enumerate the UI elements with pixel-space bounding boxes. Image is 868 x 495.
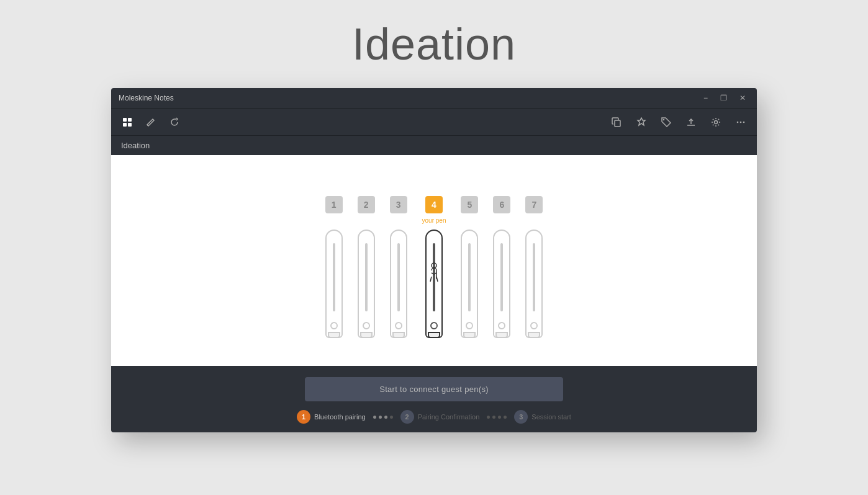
pen-cap-4: [428, 332, 440, 338]
pen-slot-5[interactable]: 5: [461, 196, 478, 338]
pens-container: 1 2: [325, 184, 543, 338]
pen-detail-4: [430, 322, 438, 329]
pen-clip-1: [333, 243, 335, 311]
toolbar-right: [605, 111, 752, 133]
app-window: Moleskine Notes − ❐ ✕: [111, 88, 757, 432]
pen-clip-5: [468, 243, 471, 311]
step-dots-1: [373, 416, 393, 419]
grid-view-button[interactable]: [116, 111, 138, 133]
dot: [498, 416, 501, 419]
toolbar-left: [116, 111, 186, 133]
pen-person-icon: [429, 262, 439, 287]
pen-badge-5: 5: [461, 196, 478, 213]
pen-slot-2[interactable]: 2: [358, 196, 375, 338]
bottom-area: Start to connect guest pen(s) 1 Bluetoot…: [111, 366, 757, 432]
toolbar: [111, 108, 757, 135]
step-dots-2: [487, 416, 507, 419]
step-label-2: Pairing Confirmation: [418, 413, 480, 421]
minimize-button[interactable]: −: [700, 92, 712, 104]
pen-cap-7: [528, 332, 540, 338]
step-3: 3 Session start: [514, 410, 571, 424]
pen-cap-3: [392, 332, 405, 338]
pen-cap-5: [463, 332, 476, 338]
canvas-area: 1 2: [111, 155, 757, 366]
svg-rect-2: [123, 123, 127, 127]
svg-point-6: [715, 120, 718, 123]
pen-badge-2: 2: [358, 196, 375, 213]
close-button[interactable]: ✕: [736, 92, 749, 104]
pen-detail-3: [395, 322, 402, 329]
pen-badge-7: 7: [525, 196, 543, 213]
pen-cap-2: [360, 332, 373, 338]
svg-rect-4: [615, 120, 620, 127]
note-title: Ideation: [121, 141, 150, 150]
pen-body-6: [493, 230, 510, 338]
connect-button[interactable]: Start to connect guest pen(s): [305, 377, 563, 401]
app-name: Moleskine Notes: [119, 94, 700, 102]
svg-rect-3: [128, 123, 132, 127]
pen-slot-3[interactable]: 3: [390, 196, 407, 338]
pen-detail-6: [498, 322, 505, 329]
page-title: Ideation: [352, 19, 516, 69]
pen-body-2: [358, 230, 375, 338]
copy-icon-button[interactable]: [605, 111, 628, 133]
dot: [504, 416, 507, 419]
edit-button[interactable]: [140, 111, 162, 133]
settings-button[interactable]: [705, 111, 727, 133]
pin-button[interactable]: [630, 111, 653, 133]
pen-cap-6: [495, 332, 508, 338]
svg-rect-0: [123, 118, 127, 122]
pen-label-4: your pen: [422, 217, 446, 226]
pen-badge-1: 1: [325, 196, 343, 213]
dot: [373, 416, 376, 419]
pen-badge-3: 3: [390, 196, 407, 213]
refresh-button[interactable]: [163, 111, 186, 133]
page-wrapper: Ideation Moleskine Notes − ❐ ✕: [0, 0, 868, 495]
svg-point-5: [663, 118, 664, 120]
step-1: 1 Bluetooth pairing: [297, 410, 366, 424]
step-label-3: Session start: [531, 413, 571, 421]
restore-button[interactable]: ❐: [717, 92, 731, 104]
note-title-bar: Ideation: [111, 135, 757, 155]
pen-slot-7[interactable]: 7: [525, 196, 543, 338]
pen-slot-1[interactable]: 1: [325, 196, 343, 338]
pen-detail-7: [530, 322, 538, 329]
window-controls: − ❐ ✕: [700, 92, 749, 104]
upload-button[interactable]: [680, 111, 702, 133]
pen-badge-4: 4: [425, 196, 443, 213]
pen-cap-1: [328, 332, 340, 338]
dot: [492, 416, 495, 419]
pen-body-4: [425, 230, 443, 338]
pen-slot-6[interactable]: 6: [493, 196, 510, 338]
dot: [487, 416, 490, 419]
step-circle-2: 2: [400, 410, 414, 424]
pen-clip-2: [365, 243, 368, 311]
svg-point-8: [740, 121, 742, 123]
tag-button[interactable]: [655, 111, 677, 133]
pen-detail-2: [363, 322, 370, 329]
pen-body-3: [390, 230, 407, 338]
step-label-1: Bluetooth pairing: [314, 413, 366, 421]
dot: [379, 416, 382, 419]
step-circle-1: 1: [297, 410, 310, 424]
pen-slot-4[interactable]: 4 your pen: [422, 196, 446, 338]
svg-point-10: [432, 263, 436, 268]
pen-clip-6: [500, 243, 503, 311]
pen-detail-1: [330, 322, 338, 329]
pen-badge-6: 6: [493, 196, 510, 213]
title-bar: Moleskine Notes − ❐ ✕: [111, 88, 757, 108]
pen-clip-7: [533, 243, 535, 311]
pen-body-7: [525, 230, 543, 338]
steps-bar: 1 Bluetooth pairing 2 Pairing Confirmati…: [297, 410, 571, 424]
pen-detail-5: [466, 322, 473, 329]
svg-point-7: [737, 121, 739, 123]
svg-point-9: [743, 121, 745, 123]
pen-clip-3: [397, 243, 400, 311]
pen-body-1: [325, 230, 343, 338]
step-circle-3: 3: [514, 410, 528, 424]
dot: [384, 416, 387, 419]
more-button[interactable]: [730, 111, 752, 133]
svg-rect-1: [128, 118, 132, 122]
pen-body-5: [461, 230, 478, 338]
dot: [390, 416, 393, 419]
